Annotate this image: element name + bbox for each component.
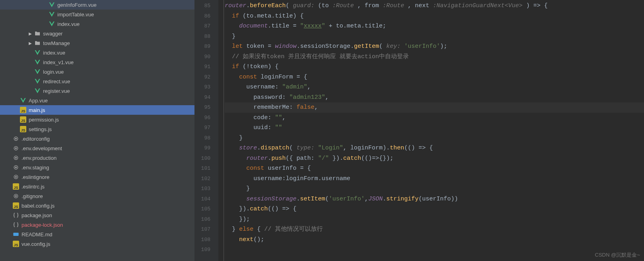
line-number: 98 <box>194 133 218 143</box>
code-line-96[interactable]: code: "", <box>225 113 644 123</box>
code-line-99[interactable]: store.dispatch( type: "Login", loginForm… <box>225 143 644 153</box>
code-line-100[interactable]: router.push({ path: "/" }).catch(()=>{})… <box>225 153 644 164</box>
code-line-89[interactable]: let token = window.sessionStorage.getIte… <box>225 41 644 52</box>
tree-item-index-vue[interactable]: index.vue <box>0 48 194 57</box>
tree-item-register-vue[interactable]: register.vue <box>0 86 194 96</box>
line-gutter: 8586878889909192939495969798991001011021… <box>194 0 218 261</box>
line-number: 88 <box>194 31 218 42</box>
file-label: .editorconfig <box>22 136 50 142</box>
file-label: vue.config.js <box>22 241 50 247</box>
file-label: babel.config.js <box>22 203 55 209</box>
code-line-87[interactable]: document.title = "xxxxx" + to.meta.title… <box>225 21 644 31</box>
tree-item-redirect-vue[interactable]: redirect.vue <box>0 77 194 86</box>
code-line-108[interactable]: next(); <box>225 235 644 245</box>
code-line-98[interactable]: } <box>225 133 644 143</box>
svg-point-2 <box>15 157 17 159</box>
code-line-107[interactable]: } else { // 其他情况可以放行 <box>225 224 644 235</box>
code-line-103[interactable]: } <box>225 184 644 194</box>
tree-item-babel-config-js[interactable]: JSbabel.config.js <box>0 201 194 210</box>
line-number: 95 <box>194 102 218 113</box>
tree-item-swagger[interactable]: ▶swagger <box>0 29 194 38</box>
tree-item-login-vue[interactable]: login.vue <box>0 67 194 77</box>
tree-item-importtable-vue[interactable]: importTable.vue <box>0 10 194 19</box>
line-number: 103 <box>194 184 218 194</box>
line-number: 106 <box>194 214 218 225</box>
line-number: 94 <box>194 92 218 103</box>
file-label: genInfoForm.vue <box>57 2 96 8</box>
code-line-105[interactable]: }).catch(() => { <box>225 204 644 214</box>
file-label: towManage <box>43 40 70 46</box>
code-line-93[interactable]: username: "admin", <box>225 82 644 92</box>
file-label: redirect.vue <box>43 78 70 84</box>
file-label: .eslintignore <box>22 174 49 180</box>
tree-item--editorconfig[interactable]: .editorconfig <box>0 134 194 143</box>
line-number: 104 <box>194 194 218 204</box>
tree-item-package-json[interactable]: package.json <box>0 210 194 220</box>
file-label: importTable.vue <box>57 12 94 18</box>
file-label: .eslintrc.js <box>22 184 45 190</box>
code-line-106[interactable]: }); <box>225 214 644 225</box>
code-editor[interactable]: 8586878889909192939495969798991001011021… <box>194 0 644 261</box>
tree-item-package-lock-json[interactable]: package-lock.json <box>0 220 194 230</box>
tree-item-permission-js[interactable]: JSpermission.js <box>0 115 194 124</box>
code-line-91[interactable]: if (!token) { <box>225 62 644 72</box>
file-label: permission.js <box>29 117 59 123</box>
code-line-102[interactable]: username:loginForm.username <box>225 174 644 184</box>
file-label: register.vue <box>43 88 70 94</box>
tree-item--eslintignore[interactable]: .eslintignore <box>0 172 194 182</box>
svg-point-3 <box>15 167 17 168</box>
svg-point-4 <box>15 176 17 178</box>
code-line-90[interactable]: // 如果没有token 并且没有任何响应 就要去action中自动登录 <box>225 52 644 62</box>
tree-item-main-js[interactable]: JSmain.js <box>0 105 194 115</box>
code-line-94[interactable]: password: "admin123", <box>225 92 644 103</box>
code-line-97[interactable]: uuid: "" <box>225 123 644 133</box>
chevron-icon[interactable]: ▶ <box>29 41 33 45</box>
file-label: App.vue <box>29 98 48 104</box>
code-line-101[interactable]: const userInfo = { <box>225 163 644 174</box>
svg-point-0 <box>15 138 17 139</box>
line-number: 108 <box>194 235 218 245</box>
code-line-104[interactable]: sessionStorage.setItem('userInfo',JSON.s… <box>225 194 644 204</box>
code-line-95[interactable]: rememberMe: false, <box>225 102 644 113</box>
tree-item-index-vue[interactable]: index.vue <box>0 19 194 29</box>
tree-item-vue-config-js[interactable]: JSvue.config.js <box>0 239 194 249</box>
tree-item-geninfoform-vue[interactable]: genInfoForm.vue <box>0 0 194 10</box>
line-number: 89 <box>194 41 218 52</box>
tree-item--env-production[interactable]: .env.production <box>0 153 194 163</box>
line-number: 107 <box>194 224 218 235</box>
file-label: .env.staging <box>22 165 49 171</box>
line-number: 90 <box>194 52 218 62</box>
tree-item--gitignore[interactable]: .gitignore <box>0 191 194 201</box>
file-label: settings.js <box>29 126 52 132</box>
tree-item-settings-js[interactable]: JSsettings.js <box>0 124 194 134</box>
svg-rect-6 <box>13 233 18 236</box>
tree-item-app-vue[interactable]: App.vue <box>0 96 194 105</box>
watermark: CSDN @沉默是金~ <box>595 251 640 259</box>
code-area[interactable]: router.beforeEach( guard: (to :Route , f… <box>218 0 644 261</box>
file-label: package.json <box>22 212 52 218</box>
svg-point-1 <box>15 147 17 149</box>
code-line-86[interactable]: if (to.meta.title) { <box>225 11 644 22</box>
line-number: 91 <box>194 62 218 72</box>
indent-guide <box>224 0 224 261</box>
file-explorer[interactable]: genInfoForm.vueimportTable.vueindex.vue▶… <box>0 0 194 261</box>
tree-item--env-development[interactable]: .env.development <box>0 143 194 153</box>
chevron-icon[interactable]: ▶ <box>29 31 33 36</box>
tree-item--env-staging[interactable]: .env.staging <box>0 163 194 172</box>
file-label: index_v1.vue <box>43 59 74 65</box>
code-line-109[interactable] <box>225 245 644 255</box>
line-number: 87 <box>194 21 218 31</box>
file-label: index.vue <box>43 50 65 56</box>
tree-item--eslintrc-js[interactable]: JS.eslintrc.js <box>0 182 194 191</box>
tree-item-towmanage[interactable]: ▶towManage <box>0 38 194 48</box>
code-line-85[interactable]: router.beforeEach( guard: (to :Route , f… <box>225 1 644 11</box>
line-number: 109 <box>194 245 218 255</box>
line-number: 100 <box>194 153 218 164</box>
file-label: .env.development <box>22 145 62 151</box>
code-line-88[interactable]: } <box>225 31 644 42</box>
tree-item-index-v1-vue[interactable]: index_v1.vue <box>0 57 194 67</box>
code-line-92[interactable]: const loginForm = { <box>225 72 644 82</box>
line-number: 102 <box>194 174 218 184</box>
file-label: .gitignore <box>22 193 43 199</box>
tree-item-readme-md[interactable]: README.md <box>0 230 194 239</box>
